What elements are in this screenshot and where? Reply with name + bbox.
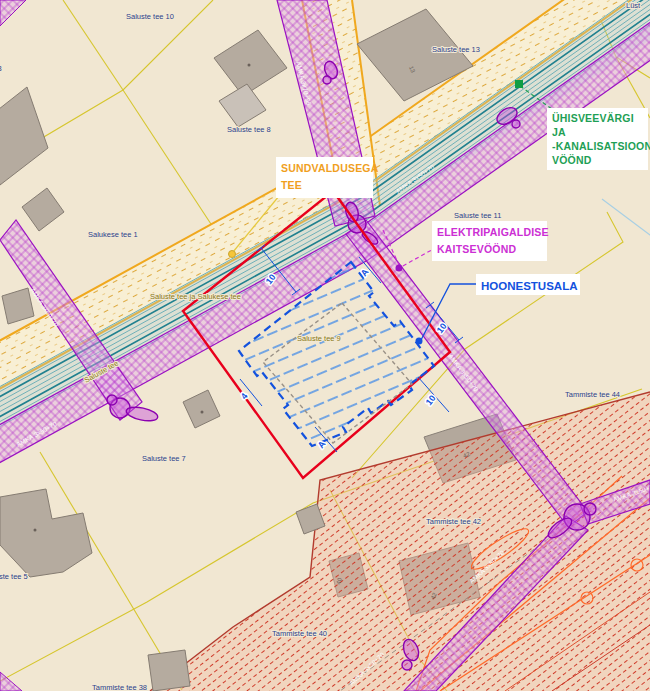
parcel-label: Saluste tee 8: [227, 125, 271, 134]
building-area-point-marker: [416, 338, 423, 345]
annotation-text: VÖÖND: [552, 154, 592, 166]
parcel-label: Tammiste tee 38: [92, 683, 147, 691]
parcel-label: Saluste tee 5: [0, 572, 28, 581]
annotation-hoonestusala: HOONESTUSALA: [476, 274, 580, 295]
annotation-text: ELEKTRIPAIGALDISE: [437, 226, 549, 238]
annotation-text: HOONESTUSALA: [481, 280, 577, 292]
annotation-sundvaldusega-tee: SUNDVALDUSEGA TEE: [276, 157, 379, 198]
parcel-label: Saluste tee 10: [126, 12, 174, 21]
annotation-text: ÜHISVEEVÄRGI: [552, 112, 634, 124]
parcel-label: Tammiste tee 42: [426, 517, 481, 526]
road-name-label: Saluste tee ja Salukese tee: [150, 292, 241, 301]
cable-point-marker: [396, 265, 403, 272]
parcel-label: Tammiste tee 44: [565, 390, 620, 399]
parcel-label: Saluste tee 13: [432, 45, 480, 54]
parcel-label: Lüst: [626, 1, 641, 10]
annotation-text: -KANALISATSIOONI: [552, 140, 650, 152]
annotation-text: TEE: [281, 179, 302, 191]
road-point-marker: [229, 251, 236, 258]
annotation-text: KAITSEVÖÖND: [437, 243, 516, 255]
water-point-marker: [515, 80, 523, 88]
parcel-label: Saluste tee 7: [142, 454, 186, 463]
parcel-label: Saluste tee 3: [0, 64, 2, 73]
map-svg: AMKA 3x70+95 AMKA 3x50+70 AMKA 3x50+70 A…: [0, 0, 650, 691]
annotation-text: SUNDVALDUSEGA: [281, 162, 379, 174]
parcel-label: Tammiste tee 40: [272, 629, 327, 638]
parcel-label: Salukese tee 1: [88, 230, 138, 239]
annotation-uhisveevargi: ÜHISVEEVÄRGI JA -KANALISATSIOONI VÖÖND: [547, 108, 650, 170]
annotation-text: JA: [552, 126, 566, 138]
parcel-label: Saluste tee 9: [297, 334, 341, 343]
annotation-elektripaigaldise: ELEKTRIPAIGALDISE KAITSEVÖÖND: [432, 221, 549, 261]
planning-map-canvas[interactable]: AMKA 3x70+95 AMKA 3x50+70 AMKA 3x50+70 A…: [0, 0, 650, 691]
parcel-label: Saluste tee 11: [454, 211, 501, 220]
